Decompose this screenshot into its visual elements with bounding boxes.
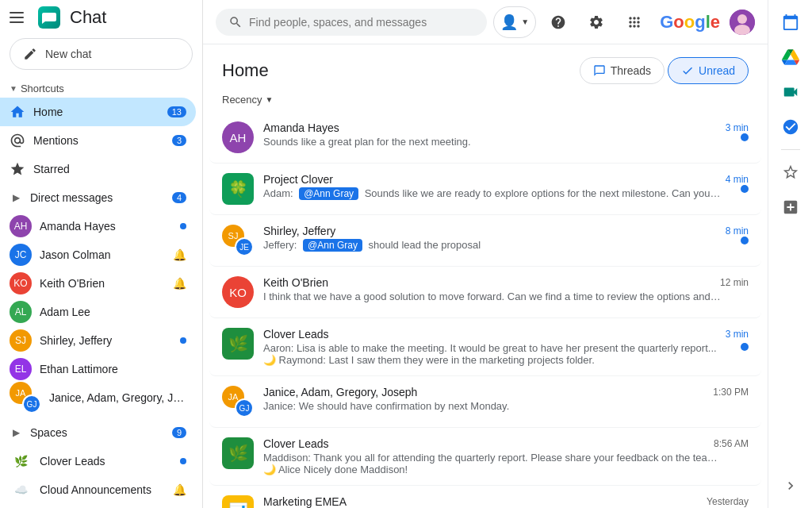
search-input[interactable] — [249, 16, 474, 29]
janice-group-msg-name: Janice, Adam, Gregory, Joseph — [263, 386, 417, 398]
star-icon — [10, 161, 25, 177]
sidebar-item-project-clover[interactable]: 🍀 Project Clover — [0, 504, 196, 508]
calendar-icon-button[interactable] — [775, 6, 806, 38]
clover-leads-1-msg-avatar: 🌿 — [222, 328, 254, 360]
mentions-badge: 3 — [172, 135, 186, 146]
sidebar-spaces-header[interactable]: ▶ Spaces 9 — [0, 418, 196, 447]
search-icon — [228, 15, 243, 29]
jason-bell-icon: 🔔 — [173, 248, 186, 261]
apps-icon[interactable] — [619, 6, 650, 38]
message-item-keith-obrien[interactable]: KO Keith O'Brien 12 min I think that we … — [209, 267, 761, 318]
svg-point-2 — [737, 14, 747, 24]
shirley-jeffery-msg-avatar: SJ JE — [222, 225, 254, 256]
right-sidebar — [768, 0, 812, 508]
topbar: 👤 ▼ Google — [203, 0, 768, 44]
sidebar-item-starred[interactable]: Starred — [0, 155, 196, 183]
amanda-hayes-msg-name: Amanda Hayes — [263, 121, 339, 134]
sidebar-item-shirley-jeffery[interactable]: SJ Shirley, Jeffery — [0, 326, 196, 355]
sidebar-item-home[interactable]: Home 13 — [0, 98, 196, 126]
project-clover-msg-name: Project Clover — [263, 173, 333, 186]
sidebar: Chat New chat ▼ Shortcuts Home 13 Mentio… — [0, 0, 203, 508]
message-item-shirley-jeffery[interactable]: SJ JE Shirley, Jeffery 8 min Jeffery: @A… — [209, 215, 761, 267]
shortcuts-section-header[interactable]: ▼ Shortcuts — [0, 76, 202, 98]
project-clover-msg-preview: Adam: @Ann Gray Sounds like we are ready… — [263, 187, 723, 200]
sidebar-item-adam-lee[interactable]: AL Adam Lee — [0, 298, 196, 326]
sidebar-item-cloud-announcements[interactable]: ☁️ Cloud Announcements 🔔 — [0, 475, 196, 504]
help-icon[interactable] — [542, 6, 574, 38]
sidebar-item-clover-leads[interactable]: 🌿 Clover Leads — [0, 447, 196, 475]
amanda-hayes-unread-indicator — [741, 133, 749, 141]
keith-obrien-msg-avatar: KO — [222, 276, 254, 308]
keith-label: Keith O'Brien — [40, 277, 165, 290]
drive-icon-button[interactable] — [775, 41, 806, 73]
sidebar-item-janice-group[interactable]: JA GJ Janice, Adam, Gregory, Joseph — [0, 383, 196, 412]
clover-leads-label: Clover Leads — [40, 455, 172, 468]
amanda-hayes-msg-avatar: AH — [222, 121, 254, 153]
search-bar[interactable] — [216, 9, 487, 36]
settings-icon[interactable] — [580, 6, 612, 38]
edit-icon — [23, 47, 37, 61]
clover-leads-1-msg-preview2: 🌙 Raymond: Last I saw them they were in … — [263, 354, 723, 366]
message-item-marketing-emea[interactable]: 📊 Marketing EMEA Yesterday Thomas: Looki… — [209, 486, 761, 508]
ethan-label: Ethan Lattimore — [40, 363, 186, 375]
account-toggle-button[interactable]: 👤 ▼ — [493, 6, 536, 38]
account-chevron: ▼ — [521, 17, 529, 26]
keith-obrien-msg-top: Keith O'Brien 12 min — [263, 276, 749, 289]
marketing-emea-msg-avatar: 📊 — [222, 495, 254, 508]
clover-leads-1-msg-body: Clover Leads 3 min Aaron: Lisa is able t… — [263, 328, 749, 366]
shortcuts-label: Shortcuts — [21, 83, 64, 94]
message-list: AH Amanda Hayes 3 min Sounds like a grea… — [203, 112, 768, 508]
project-clover-mention: @Ann Gray — [299, 187, 358, 200]
keith-obrien-msg-preview: I think that we have a good solution to … — [263, 291, 723, 302]
new-chat-button[interactable]: New chat — [10, 38, 193, 70]
cloud-bell-icon: 🔔 — [173, 483, 186, 496]
message-item-janice-group[interactable]: JA GJ Janice, Adam, Gregory, Joseph 1:30… — [209, 376, 761, 428]
message-item-clover-leads-2[interactable]: 🌿 Clover Leads 8:56 AM Maddison: Thank y… — [209, 428, 761, 486]
sidebar-item-jason-colman[interactable]: JC Jason Colman 🔔 — [0, 241, 196, 269]
project-clover-msg-top: Project Clover 4 min — [263, 173, 749, 186]
message-item-clover-leads-1[interactable]: 🌿 Clover Leads 3 min Aaron: Lisa is able… — [209, 318, 761, 376]
star-outline-icon — [782, 164, 799, 181]
sidebar-item-amanda-hayes[interactable]: AH Amanda Hayes — [0, 212, 196, 241]
starred-icon-button[interactable] — [775, 156, 806, 188]
shirley-jeffery-msg-body: Shirley, Jeffery 8 min Jeffery: @Ann Gra… — [263, 225, 749, 252]
recency-bar[interactable]: Recency ▼ — [203, 90, 768, 112]
menu-icon[interactable] — [10, 8, 29, 27]
message-item-project-clover[interactable]: 🍀 Project Clover 4 min Adam: @Ann Gray S… — [209, 164, 761, 215]
spaces-label: Spaces — [30, 426, 164, 439]
filter-threads-label: Threads — [611, 64, 651, 77]
filter-tab-unread[interactable]: Unread — [668, 57, 749, 84]
expand-right-panel-button[interactable] — [775, 470, 806, 502]
home-title: Home — [222, 60, 269, 81]
clover-leads-icon: 🌿 — [10, 450, 32, 472]
jason-colman-label: Jason Colman — [40, 248, 165, 261]
user-avatar[interactable] — [730, 10, 755, 35]
project-clover-msg-time: 4 min — [726, 174, 749, 185]
marketing-emea-msg-name: Marketing EMEA — [263, 495, 347, 508]
sidebar-item-mentions[interactable]: Mentions 3 — [0, 126, 196, 155]
sidebar-item-keith-obrien[interactable]: KO Keith O'Brien 🔔 — [0, 269, 196, 298]
home-icon — [10, 104, 25, 120]
clover-leads-1-msg-preview: Aaron: Lisa is able to make the meeting.… — [263, 342, 723, 354]
message-item-amanda-hayes[interactable]: AH Amanda Hayes 3 min Sounds like a grea… — [209, 112, 761, 164]
tasks-icon — [782, 118, 799, 136]
janice-group-avatar: JA GJ — [10, 382, 41, 414]
amanda-hayes-avatar: AH — [10, 215, 32, 237]
sidebar-item-direct-messages[interactable]: ▶ Direct messages 4 — [0, 183, 196, 212]
clover-leads-1-msg-name: Clover Leads — [263, 328, 329, 341]
shirley-jeffery-mention: @Ann Gray — [303, 239, 362, 252]
clover-leads-1-msg-time: 3 min — [726, 329, 749, 340]
tasks-icon-button[interactable] — [775, 111, 806, 143]
home-area: Home Threads Unread Recency ▼ AH — [203, 44, 768, 508]
add-icon-button[interactable] — [775, 191, 806, 223]
sidebar-item-ethan[interactable]: EL Ethan Lattimore — [0, 355, 196, 383]
keith-obrien-msg-body: Keith O'Brien 12 min I think that we hav… — [263, 276, 749, 302]
shirley-jeffery-msg-preview: Jeffery: @Ann Gray should lead the propo… — [263, 239, 723, 252]
adam-label: Adam Lee — [40, 306, 186, 318]
filter-tab-threads[interactable]: Threads — [580, 57, 665, 84]
meet-icon-button[interactable] — [775, 76, 806, 108]
project-clover-msg-body: Project Clover 4 min Adam: @Ann Gray Sou… — [263, 173, 749, 200]
keith-bell-icon: 🔔 — [173, 277, 186, 290]
janice-group-msg-top: Janice, Adam, Gregory, Joseph 1:30 PM — [263, 386, 749, 398]
clover-leads-2-msg-avatar: 🌿 — [222, 437, 254, 469]
